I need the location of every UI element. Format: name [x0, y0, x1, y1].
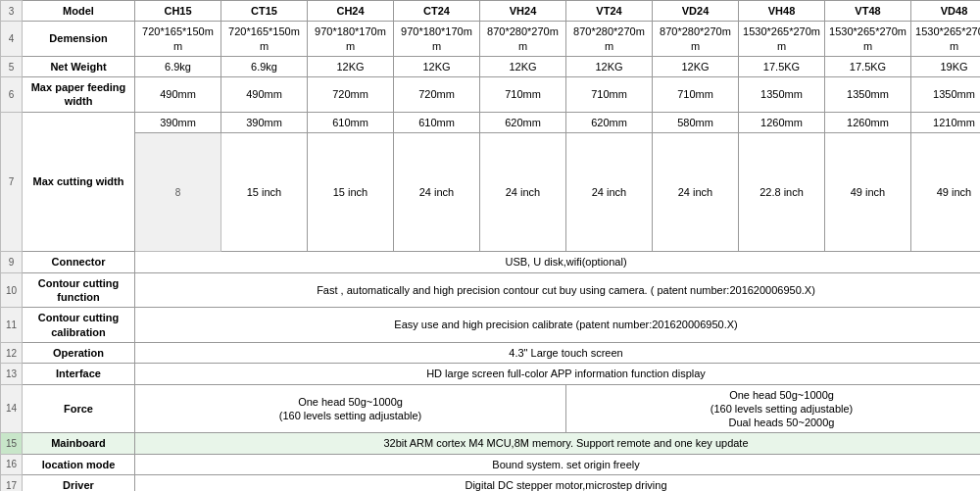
- demension-vd48: 1530*265*270mm: [911, 22, 981, 57]
- mcw-mm-vd24: 580mm: [653, 112, 739, 132]
- force-left: One head 50g~1000g (160 levels setting a…: [135, 384, 566, 433]
- connector-value: USB, U disk,wifi(optional): [135, 252, 981, 272]
- max-cutting-width-label: Max cutting width: [23, 112, 135, 252]
- col-ct15: CT15: [221, 1, 308, 22]
- demension-vt24: 870*280*270mm: [566, 22, 653, 57]
- demension-vh48: 1530*265*270mm: [739, 22, 825, 57]
- row-num-17: 17: [1, 475, 23, 491]
- demension-ch15: 720*165*150mm: [135, 22, 221, 57]
- mpfw-vd24: 710mm: [653, 77, 739, 113]
- contour-calibration-label: Contour cutting calibration: [23, 308, 135, 343]
- netweight-ct15: 6.9kg: [221, 56, 308, 76]
- table-row: 12 Operation 4.3" Large touch screen: [1, 342, 981, 363]
- mcw-mm-vt24: 620mm: [566, 112, 653, 132]
- mcw-in-vh48: 49 inch: [825, 133, 911, 252]
- location-mode-label: location mode: [23, 454, 135, 474]
- netweight-vt24: 12KG: [566, 56, 653, 76]
- table-row: 11 Contour cutting calibration Easy use …: [1, 308, 981, 343]
- row-num-13: 13: [1, 364, 23, 384]
- mcw-mm-ch24: 610mm: [308, 112, 394, 132]
- operation-value: 4.3" Large touch screen: [135, 342, 981, 363]
- driver-label: Driver: [23, 475, 135, 491]
- table-row: 6 Max paper feeding width 490mm 490mm 72…: [1, 77, 981, 113]
- operation-label: Operation: [23, 342, 135, 363]
- demension-ct24: 970*180*170mm: [394, 22, 480, 57]
- table-row: 8 15 inch 15 inch 24 inch 24 inch 24 inc…: [1, 133, 981, 252]
- netweight-ch24: 12KG: [308, 56, 394, 76]
- netweight-vt48: 17.5KG: [825, 56, 911, 76]
- netweight-vh24: 12KG: [480, 56, 566, 76]
- model-header: Model: [23, 1, 135, 22]
- force-right: One head 50g~1000g (160 levels setting a…: [566, 384, 981, 433]
- contour-cutting-value: Fast , automatically and high precision …: [135, 272, 981, 308]
- mcw-in-vt24: 24 inch: [653, 133, 739, 252]
- demension-label: Demension: [23, 22, 135, 57]
- row-num-15: 15: [1, 433, 23, 454]
- row-num-14: 14: [1, 384, 23, 433]
- row-num-10: 10: [1, 272, 23, 308]
- table-row: 14 Force One head 50g~1000g (160 levels …: [1, 384, 981, 433]
- mcw-in-vt48: 49 inch: [911, 133, 981, 252]
- mainboard-label: Mainboard: [23, 433, 135, 454]
- mcw-mm-vd48: 1210mm: [911, 112, 981, 132]
- table-row: 17 Driver Digital DC stepper motor,micro…: [1, 475, 981, 491]
- mpfw-vd48: 1350mm: [911, 77, 981, 113]
- row-num-4: 4: [1, 22, 23, 57]
- mpfw-ch24: 720mm: [308, 77, 394, 113]
- mcw-in-vd24: 22.8 inch: [739, 133, 825, 252]
- demension-ct15: 720*165*150mm: [221, 22, 308, 57]
- row-num-7: 7: [1, 112, 23, 252]
- netweight-ct24: 12KG: [394, 56, 480, 76]
- netweight-vd48: 19KG: [911, 56, 981, 76]
- netweight-vd24: 12KG: [653, 56, 739, 76]
- row-num-9: 9: [1, 252, 23, 272]
- contour-calibration-value: Easy use and high precision calibrate (p…: [135, 308, 981, 343]
- contour-cutting-label: Contour cutting function: [23, 272, 135, 308]
- mcw-mm-ch15: 390mm: [135, 112, 221, 132]
- table-row: 4 Demension 720*165*150mm 720*165*150mm …: [1, 22, 981, 57]
- row-num-3: 3: [1, 1, 23, 22]
- col-ch24: CH24: [308, 1, 394, 22]
- interface-value: HD large screen full-color APP informati…: [135, 364, 981, 384]
- row-num-6: 6: [1, 77, 23, 113]
- table-row: 7 Max cutting width 390mm 390mm 610mm 61…: [1, 112, 981, 132]
- demension-ch24: 970*180*170mm: [308, 22, 394, 57]
- mpfw-vt24: 710mm: [566, 77, 653, 113]
- mcw-in-ct24: 24 inch: [480, 133, 566, 252]
- row-num-5: 5: [1, 56, 23, 76]
- netweight-label: Net Weight: [23, 56, 135, 76]
- mpfw-ct24: 720mm: [394, 77, 480, 113]
- mpfw-ch15: 490mm: [135, 77, 221, 113]
- table-row: 10 Contour cutting function Fast , autom…: [1, 272, 981, 308]
- demension-vh24: 870*280*270mm: [480, 22, 566, 57]
- table-row: 16 location mode Bound system. set origi…: [1, 454, 981, 474]
- mpfw-vh48: 1350mm: [739, 77, 825, 113]
- driver-value: Digital DC stepper motor,microstep drivi…: [135, 475, 981, 491]
- demension-vd24: 870*280*270mm: [653, 22, 739, 57]
- connector-label: Connector: [23, 252, 135, 272]
- netweight-ch15: 6.9kg: [135, 56, 221, 76]
- mpfw-vt48: 1350mm: [825, 77, 911, 113]
- max-paper-feeding-label: Max paper feeding width: [23, 77, 135, 113]
- netweight-vh48: 17.5KG: [739, 56, 825, 76]
- mcw-mm-vt48: 1260mm: [825, 112, 911, 132]
- col-vd24: VD24: [653, 1, 739, 22]
- mpfw-vh24: 710mm: [480, 77, 566, 113]
- row-num-16: 16: [1, 454, 23, 474]
- row-num-8: 8: [135, 133, 221, 252]
- col-vh24: VH24: [480, 1, 566, 22]
- demension-vt48: 1530*265*270mm: [825, 22, 911, 57]
- mainboard-value: 32bit ARM cortex M4 MCU,8M memory. Suppo…: [135, 433, 981, 454]
- force-label: Force: [23, 384, 135, 433]
- row-num-12: 12: [1, 342, 23, 363]
- table-row: 5 Net Weight 6.9kg 6.9kg 12KG 12KG 12KG …: [1, 56, 981, 76]
- table-row: 15 Mainboard 32bit ARM cortex M4 MCU,8M …: [1, 433, 981, 454]
- mcw-mm-vh48: 1260mm: [739, 112, 825, 132]
- col-vt48: VT48: [825, 1, 911, 22]
- col-ct24: CT24: [394, 1, 480, 22]
- mpfw-ct15: 490mm: [221, 77, 308, 113]
- interface-label: Interface: [23, 364, 135, 384]
- mcw-mm-vh24: 620mm: [480, 112, 566, 132]
- location-mode-value: Bound system. set origin freely: [135, 454, 981, 474]
- mcw-mm-ct24: 610mm: [394, 112, 480, 132]
